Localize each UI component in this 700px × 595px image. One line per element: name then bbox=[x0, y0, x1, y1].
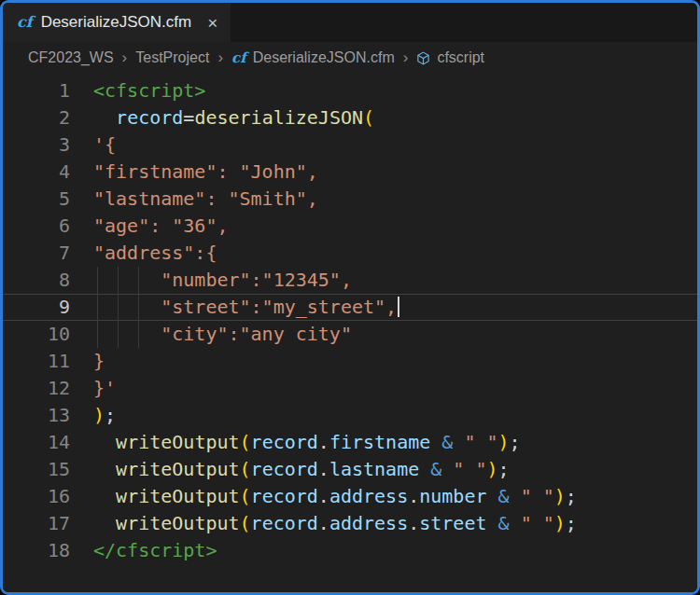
line-number[interactable]: 7 bbox=[3, 240, 70, 267]
line-number[interactable]: 18 bbox=[3, 537, 70, 564]
line-number[interactable]: 8 bbox=[3, 267, 70, 294]
code-text: "firstname": "John", bbox=[93, 159, 318, 186]
breadcrumb-label: cfscript bbox=[437, 49, 484, 66]
breadcrumb-separator: › bbox=[217, 48, 223, 67]
code-text: writeOutput(record.address.number & " ")… bbox=[93, 483, 577, 510]
line-number[interactable]: 14 bbox=[3, 429, 70, 456]
line-number[interactable]: 12 bbox=[3, 375, 70, 402]
indent-guide bbox=[97, 321, 98, 348]
breadcrumb-label: TestProject bbox=[135, 49, 209, 66]
breadcrumb-label: CF2023_WS bbox=[28, 49, 114, 66]
line-number[interactable]: 2 bbox=[3, 104, 70, 131]
coldfusion-file-icon: cf bbox=[231, 51, 246, 65]
code-text: <cfscript> bbox=[93, 77, 205, 104]
code-text: "number":"12345", bbox=[93, 267, 352, 294]
code-line[interactable]: 5"lastname": "Smith", bbox=[3, 186, 697, 213]
line-number[interactable]: 1 bbox=[3, 77, 70, 104]
code-text: "city":"any city" bbox=[93, 321, 352, 348]
code-line[interactable]: 12}' bbox=[3, 375, 697, 402]
indent-guide bbox=[97, 267, 98, 294]
code-text: "lastname": "Smith", bbox=[93, 186, 318, 213]
indent-guide bbox=[138, 267, 139, 294]
line-number[interactable]: 6 bbox=[3, 213, 70, 240]
code-line[interactable]: 6"age": "36", bbox=[3, 213, 697, 240]
tab-close-icon[interactable]: × bbox=[207, 14, 217, 32]
breadcrumb-item-cf2023-ws[interactable]: CF2023_WS bbox=[28, 49, 114, 66]
line-number[interactable]: 16 bbox=[3, 483, 70, 510]
indent-guide bbox=[97, 294, 98, 321]
text-cursor bbox=[398, 297, 399, 317]
code-line[interactable]: 4"firstname": "John", bbox=[3, 159, 697, 186]
line-number[interactable]: 3 bbox=[3, 131, 70, 159]
code-text: writeOutput(record.firstname & " "); bbox=[93, 429, 521, 456]
code-text: writeOutput(record.address.street & " ")… bbox=[93, 510, 577, 537]
code-line[interactable]: 11} bbox=[3, 348, 697, 375]
code-lines: 1<cfscript>2 record=deserializeJSON(3'{4… bbox=[3, 77, 697, 564]
code-line[interactable]: 13); bbox=[3, 402, 697, 429]
breadcrumb-item-deserializejson-cfm[interactable]: cfDeserializeJSON.cfm bbox=[231, 49, 395, 66]
cfscript-symbol-icon bbox=[416, 51, 430, 65]
code-line[interactable]: 10 "city":"any city" bbox=[3, 321, 697, 348]
line-number[interactable]: 10 bbox=[3, 321, 70, 348]
code-text: }' bbox=[93, 375, 116, 402]
line-number[interactable]: 9 bbox=[3, 294, 70, 321]
code-text: ); bbox=[93, 402, 116, 429]
code-editor[interactable]: 1<cfscript>2 record=deserializeJSON(3'{4… bbox=[3, 74, 697, 592]
line-number[interactable]: 15 bbox=[3, 456, 70, 483]
code-text: writeOutput(record.lastname & " "); bbox=[93, 456, 510, 483]
code-line[interactable]: 15 writeOutput(record.lastname & " "); bbox=[3, 456, 697, 483]
line-number[interactable]: 17 bbox=[3, 510, 70, 537]
indent-guide bbox=[138, 321, 139, 348]
line-number[interactable]: 13 bbox=[3, 402, 70, 429]
code-text: record=deserializeJSON( bbox=[93, 104, 374, 131]
code-line[interactable]: 9 "street":"my_street", bbox=[3, 294, 697, 321]
code-line[interactable]: 2 record=deserializeJSON( bbox=[3, 104, 697, 131]
code-line[interactable]: 14 writeOutput(record.firstname & " "); bbox=[3, 429, 697, 456]
tab-title: DeserializeJSON.cfm bbox=[41, 13, 192, 32]
line-number[interactable]: 4 bbox=[3, 159, 70, 186]
code-text: </cfscript> bbox=[93, 537, 217, 564]
line-number[interactable]: 11 bbox=[3, 348, 70, 375]
indent-guide bbox=[118, 267, 119, 294]
code-line[interactable]: 16 writeOutput(record.address.number & "… bbox=[3, 483, 697, 510]
code-line[interactable]: 18</cfscript> bbox=[3, 537, 697, 564]
breadcrumb: CF2023_WS›TestProject›cfDeserializeJSON.… bbox=[3, 42, 697, 74]
code-text: '{ bbox=[93, 131, 116, 159]
code-line[interactable]: 8 "number":"12345", bbox=[3, 267, 697, 294]
coldfusion-file-icon: cf bbox=[17, 15, 33, 30]
vscode-window: cf DeserializeJSON.cfm × CF2023_WS›TestP… bbox=[0, 0, 700, 595]
breadcrumb-item-cfscript[interactable]: cfscript bbox=[416, 49, 484, 66]
line-number[interactable]: 5 bbox=[3, 186, 70, 213]
indent-guide bbox=[138, 294, 139, 321]
code-line[interactable]: 1<cfscript> bbox=[3, 77, 697, 104]
breadcrumb-item-testproject[interactable]: TestProject bbox=[135, 49, 209, 66]
code-text: "street":"my_street", bbox=[93, 294, 399, 321]
indent-guide bbox=[118, 294, 119, 321]
code-text: "age": "36", bbox=[93, 213, 229, 240]
code-line[interactable]: 17 writeOutput(record.address.street & "… bbox=[3, 510, 697, 537]
indent-guide bbox=[118, 321, 119, 348]
breadcrumb-label: DeserializeJSON.cfm bbox=[253, 49, 395, 66]
code-line[interactable]: 7"address":{ bbox=[3, 240, 697, 267]
code-text: } bbox=[93, 348, 105, 375]
tab-deserializejson-cfm[interactable]: cf DeserializeJSON.cfm × bbox=[3, 3, 231, 42]
tab-bar: cf DeserializeJSON.cfm × bbox=[3, 3, 697, 42]
code-line[interactable]: 3'{ bbox=[3, 131, 697, 159]
breadcrumb-separator: › bbox=[403, 48, 409, 67]
code-text: "address":{ bbox=[93, 240, 217, 267]
breadcrumb-separator: › bbox=[122, 48, 128, 67]
